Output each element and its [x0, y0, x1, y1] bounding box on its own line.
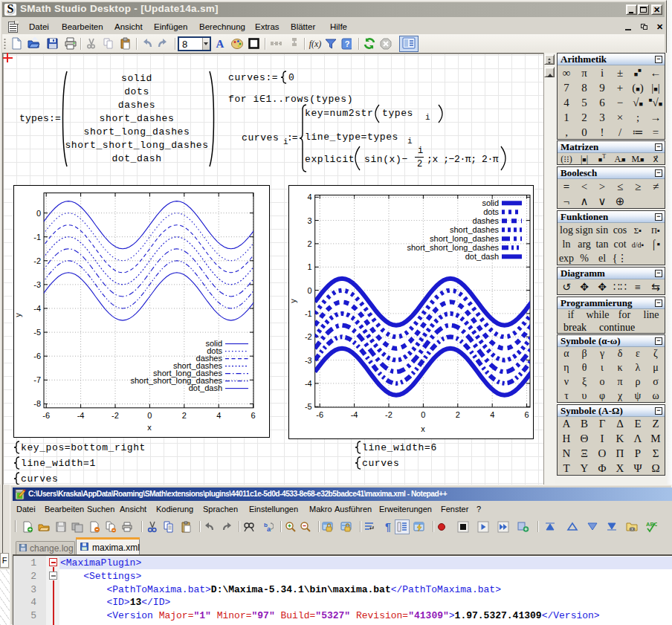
- svg-text:¶: ¶: [385, 521, 391, 533]
- svg-text:dots: dots: [483, 207, 499, 216]
- svg-text:dashes: dashes: [473, 216, 500, 225]
- svg-text:solid: solid: [482, 198, 499, 207]
- svg-text:f(x): f(x): [309, 39, 322, 49]
- svg-text:-6: -6: [316, 410, 323, 419]
- svg-text:-2: -2: [305, 332, 312, 341]
- svg-text:-4: -4: [77, 411, 85, 420]
- svg-text:2: 2: [456, 410, 460, 419]
- svg-text:short_dashes: short_dashes: [450, 225, 500, 234]
- svg-text:-4: -4: [33, 304, 41, 313]
- svg-text:-3: -3: [33, 280, 41, 289]
- svg-text:x: x: [147, 423, 152, 432]
- svg-text:dot_dash: dot_dash: [465, 252, 499, 261]
- svg-text:4: 4: [308, 192, 312, 201]
- svg-text:-4: -4: [305, 379, 312, 388]
- svg-text:short_short_long_dashes: short_short_long_dashes: [407, 243, 499, 252]
- svg-text:-1: -1: [305, 309, 312, 318]
- svg-text:0: 0: [308, 286, 312, 295]
- svg-text:3: 3: [308, 216, 312, 225]
- svg-text:0: 0: [36, 209, 41, 218]
- svg-text:-2: -2: [112, 411, 119, 420]
- svg-text:y: y: [288, 299, 297, 303]
- svg-text:-6: -6: [33, 352, 41, 360]
- svg-text:-3: -3: [305, 356, 312, 365]
- svg-text:-8: -8: [33, 399, 41, 408]
- svg-text:6: 6: [525, 410, 529, 419]
- svg-text:0: 0: [147, 411, 152, 420]
- svg-text:0: 0: [421, 410, 425, 419]
- svg-text:2: 2: [308, 239, 312, 248]
- svg-text:-4: -4: [351, 410, 358, 419]
- svg-text:ABC: ABC: [646, 521, 657, 528]
- svg-text:y: y: [13, 313, 22, 317]
- svg-text:A: A: [216, 38, 224, 50]
- svg-text:1: 1: [308, 262, 312, 271]
- svg-text:4: 4: [216, 411, 221, 420]
- svg-text:short_long_dashes: short_long_dashes: [430, 234, 499, 243]
- svg-text:dot_dash: dot_dash: [189, 383, 222, 392]
- svg-text:x: x: [421, 424, 425, 433]
- svg-text:-2: -2: [33, 256, 41, 265]
- svg-text:-2: -2: [385, 410, 392, 419]
- svg-text:-6: -6: [42, 411, 50, 420]
- svg-text:-1: -1: [33, 233, 41, 242]
- svg-text:-5: -5: [33, 328, 41, 337]
- svg-text:4: 4: [490, 410, 494, 419]
- svg-text:6: 6: [251, 411, 256, 420]
- svg-text:-5: -5: [305, 402, 312, 411]
- svg-text:2: 2: [182, 411, 187, 420]
- svg-text:?: ?: [345, 39, 350, 48]
- svg-text:-7: -7: [33, 375, 41, 384]
